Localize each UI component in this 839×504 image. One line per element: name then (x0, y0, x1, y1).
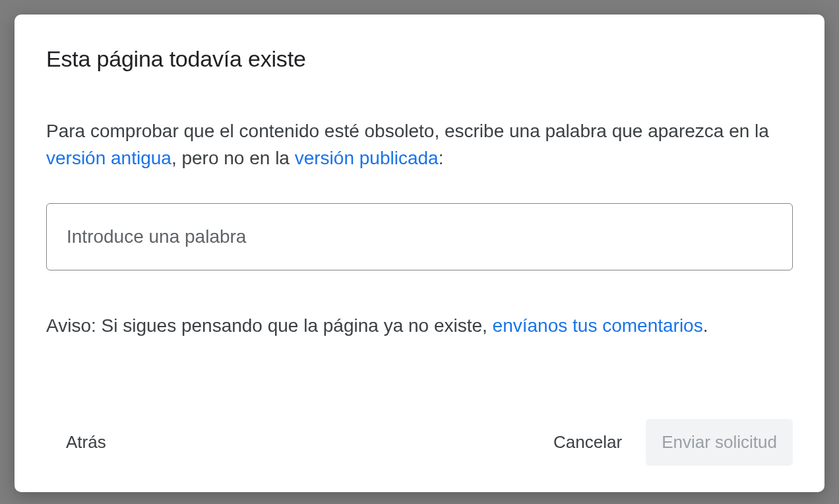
footer-right: Cancelar Enviar solicitud (553, 419, 793, 466)
cancel-button[interactable]: Cancelar (553, 432, 622, 453)
back-button[interactable]: Atrás (46, 432, 106, 453)
word-input[interactable] (67, 226, 772, 247)
description-text-1: Para comprobar que el contenido esté obs… (46, 121, 769, 141)
description-text-3: : (439, 148, 444, 168)
old-version-link[interactable]: versión antigua (46, 148, 171, 168)
submit-button: Enviar solicitud (646, 419, 793, 466)
footer-left: Atrás (46, 432, 106, 453)
dialog-footer: Atrás Cancelar Enviar solicitud (46, 406, 793, 466)
word-input-container[interactable] (46, 203, 793, 270)
dialog-description: Para comprobar que el contenido esté obs… (46, 118, 793, 172)
feedback-link[interactable]: envíanos tus comentarios (493, 315, 703, 336)
dialog-title: Esta página todavía existe (46, 46, 793, 72)
notice-part-2: . (703, 315, 708, 336)
notice-text: Aviso: Si sigues pensando que la página … (46, 313, 793, 340)
live-version-link[interactable]: versión publicada (295, 148, 439, 168)
notice-part-1: Aviso: Si sigues pensando que la página … (46, 315, 493, 336)
description-text-2: , pero no en la (171, 148, 295, 168)
dialog: Esta página todavía existe Para comproba… (15, 15, 824, 492)
